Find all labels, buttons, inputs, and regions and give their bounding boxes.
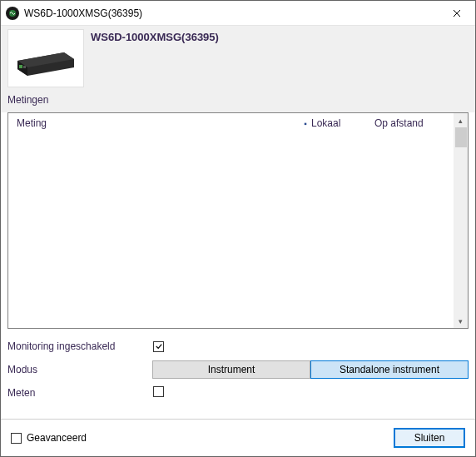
column-lokaal[interactable]: Lokaal: [311, 117, 374, 129]
device-title: WS6D-1000XMSG(36395): [91, 29, 219, 43]
svg-rect-2: [23, 66, 26, 68]
close-dialog-button[interactable]: Sluiten: [394, 428, 465, 448]
grid-header: Meting ▪ Lokaal Op afstand: [8, 113, 454, 133]
column-separator: ▪: [300, 117, 311, 129]
close-icon: [453, 9, 461, 17]
scroll-down-icon[interactable]: ▾: [454, 314, 468, 328]
spacer: [1, 412, 475, 419]
window-title: WS6D-1000XMSG(36395): [24, 7, 438, 19]
advanced-label: Geavanceerd: [27, 432, 87, 444]
meten-checkbox[interactable]: [153, 386, 164, 397]
dialog-window: WS6D-1000XMSG(36395) WS6D-1000XMSG(36395…: [0, 0, 476, 457]
close-button[interactable]: [438, 1, 475, 25]
measurements-grid: Meting ▪ Lokaal Op afstand ▴ ▾: [7, 112, 469, 329]
column-meting[interactable]: Meting: [17, 117, 300, 129]
app-icon: [6, 7, 19, 20]
svg-rect-1: [19, 65, 22, 68]
modus-label: Modus: [7, 364, 152, 375]
footer: Geavanceerd Sluiten: [1, 419, 475, 456]
modus-instrument-button[interactable]: Instrument: [152, 360, 310, 379]
modus-standalone-button[interactable]: Standalone instrument: [310, 360, 469, 379]
titlebar: WS6D-1000XMSG(36395): [1, 1, 475, 26]
header-panel: WS6D-1000XMSG(36395) Metingen: [1, 26, 475, 112]
device-thumbnail: [7, 29, 84, 87]
monitoring-label: Monitoring ingeschakeld: [7, 340, 153, 352]
section-label-metingen: Metingen: [7, 94, 469, 106]
monitoring-checkbox[interactable]: [153, 341, 164, 352]
scrollbar[interactable]: ▴ ▾: [454, 113, 468, 328]
column-opafstand[interactable]: Op afstand: [374, 117, 445, 129]
scroll-up-icon[interactable]: ▴: [454, 113, 468, 127]
form-panel: Monitoring ingeschakeld Modus Instrument…: [1, 329, 475, 412]
advanced-checkbox[interactable]: [11, 433, 22, 444]
modus-toggle-group: Instrument Standalone instrument: [152, 360, 469, 379]
meten-label: Meten: [7, 387, 153, 399]
scroll-thumb[interactable]: [455, 127, 467, 147]
